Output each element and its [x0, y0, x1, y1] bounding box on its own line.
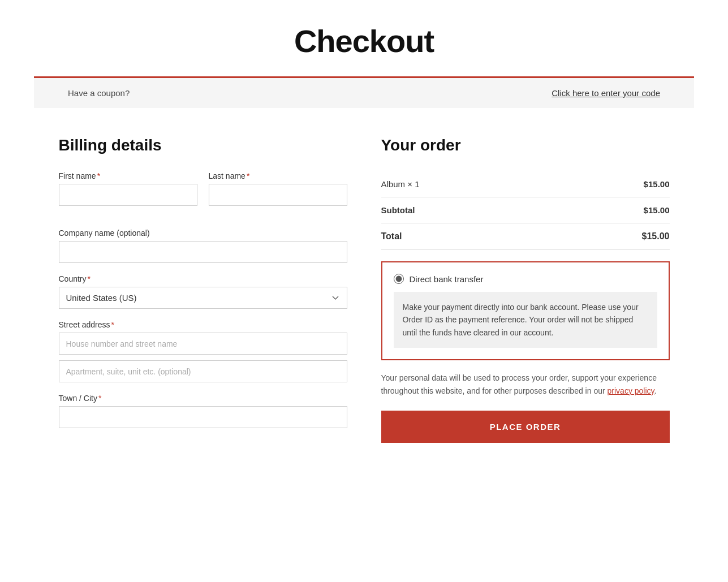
name-row: First name* Last name*	[59, 171, 347, 217]
company-name-group: Company name (optional)	[59, 229, 347, 263]
coupon-link[interactable]: Click here to enter your code	[552, 88, 660, 98]
order-section-title: Your order	[381, 136, 670, 154]
first-name-label: First name*	[59, 171, 197, 180]
billing-section-title: Billing details	[59, 136, 347, 154]
coupon-text: Have a coupon?	[68, 88, 130, 98]
payment-option: Direct bank transfer	[394, 274, 657, 284]
page-title: Checkout	[11, 23, 717, 59]
required-star-street: *	[111, 320, 114, 329]
country-group: Country* United States (US)	[59, 274, 347, 309]
street-address-label: Street address*	[59, 320, 347, 329]
first-name-group: First name*	[59, 171, 197, 206]
required-star-lastname: *	[247, 171, 249, 180]
product-row: Album × 1 $15.00	[381, 171, 670, 197]
street-address-group: Street address*	[59, 320, 347, 382]
subtotal-label-cell: Subtotal	[381, 197, 549, 223]
billing-section: Billing details First name* Last name* C…	[59, 136, 347, 443]
last-name-group: Last name*	[209, 171, 347, 206]
order-section: Your order Album × 1 $15.00 Subtotal $15…	[381, 136, 670, 443]
subtotal-row: Subtotal $15.00	[381, 197, 670, 223]
required-star-country: *	[88, 274, 91, 283]
total-label-cell: Total	[381, 223, 549, 250]
total-row: Total $15.00	[381, 223, 670, 250]
page-title-section: Checkout	[0, 0, 728, 76]
apartment-input[interactable]	[59, 360, 347, 382]
payment-option-label: Direct bank transfer	[410, 274, 484, 284]
town-city-input[interactable]	[59, 406, 347, 428]
last-name-label: Last name*	[209, 171, 347, 180]
town-city-label: Town / City*	[59, 394, 347, 403]
company-name-input[interactable]	[59, 241, 347, 263]
total-value-cell: $15.00	[549, 223, 669, 250]
privacy-text: Your personal data will be used to proce…	[381, 372, 670, 397]
last-name-input[interactable]	[209, 184, 347, 206]
country-select[interactable]: United States (US)	[59, 287, 347, 309]
street-address-input[interactable]	[59, 333, 347, 355]
place-order-button[interactable]: PLACE ORDER	[381, 411, 670, 443]
coupon-bar: Have a coupon? Click here to enter your …	[34, 76, 694, 108]
country-label: Country*	[59, 274, 347, 283]
subtotal-value-cell: $15.00	[549, 197, 669, 223]
company-name-label: Company name (optional)	[59, 229, 347, 238]
payment-description: Make your payment directly into our bank…	[394, 292, 657, 348]
direct-bank-transfer-radio[interactable]	[394, 274, 404, 284]
first-name-input[interactable]	[59, 184, 197, 206]
town-city-group: Town / City*	[59, 394, 347, 428]
product-price-cell: $15.00	[549, 171, 669, 197]
privacy-policy-link[interactable]: privacy policy	[608, 386, 654, 395]
required-star-town: *	[98, 394, 101, 403]
required-star-firstname: *	[97, 171, 100, 180]
order-table: Album × 1 $15.00 Subtotal $15.00 Total $…	[381, 171, 670, 250]
payment-box: Direct bank transfer Make your payment d…	[381, 261, 670, 360]
main-content: Billing details First name* Last name* C…	[25, 108, 704, 471]
product-name-cell: Album × 1	[381, 171, 549, 197]
